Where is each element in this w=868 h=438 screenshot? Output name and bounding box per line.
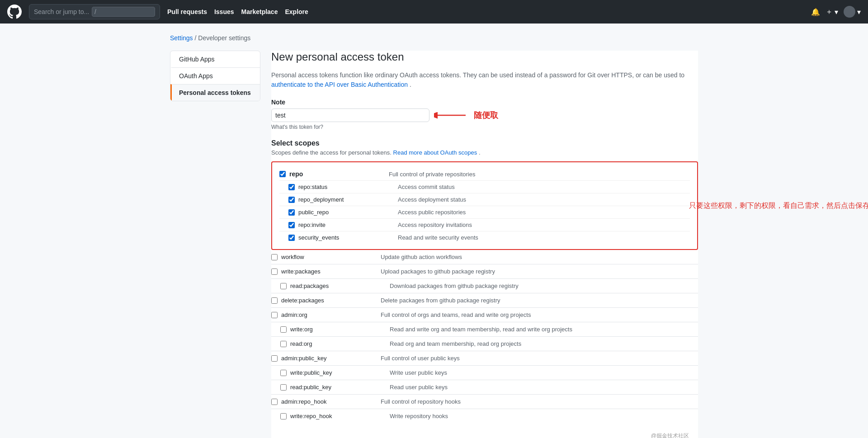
scopes-title: Select scopes xyxy=(271,139,698,147)
notifications-button[interactable]: 🔔 xyxy=(811,8,820,16)
scope-name-repo-deployment: repo_deployment xyxy=(298,196,398,203)
scope-checkbox-repo[interactable] xyxy=(279,171,286,177)
scope-checkbox-write-repo-hook[interactable] xyxy=(280,413,287,419)
scope-checkbox-admin-public-key[interactable] xyxy=(271,355,278,362)
issues-link[interactable]: Issues xyxy=(214,8,234,15)
box-annotation-text: 只要这些权限，剩下的权限，看自己需求，然后点击保存 xyxy=(689,201,868,211)
scope-checkbox-read-public-key[interactable] xyxy=(280,384,287,391)
form-description: Personal access tokens function like ord… xyxy=(271,71,698,89)
sidebar: GitHub Apps OAuth Apps Personal access t… xyxy=(170,51,260,101)
scope-row-workflow: workflow Update github action workflows xyxy=(271,250,698,264)
scope-desc-repo-status: Access commit status xyxy=(398,184,455,190)
description-link[interactable]: authenticate to the API over Basic Authe… xyxy=(271,81,408,88)
marketplace-link[interactable]: Marketplace xyxy=(241,8,278,15)
pull-requests-link[interactable]: Pull requests xyxy=(167,8,207,15)
scope-checkbox-repo-invite[interactable] xyxy=(288,222,295,228)
scope-desc-repo-deployment: Access deployment status xyxy=(398,196,466,203)
scope-desc-workflow: Update github action workflows xyxy=(381,254,462,260)
scope-row-public-repo: public_repo Access public repositories xyxy=(279,206,690,219)
scope-row-read-org: read:org Read org and team membership, r… xyxy=(271,337,698,351)
scope-desc-security-events: Read and write security events xyxy=(398,234,478,241)
avatar xyxy=(844,6,855,18)
personal-access-tokens-item[interactable]: Personal access tokens xyxy=(170,84,260,101)
scope-checkbox-read-org[interactable] xyxy=(280,341,287,347)
scope-row-security-events: security_events Read and write security … xyxy=(279,231,690,244)
scope-name-delete-packages: delete:packages xyxy=(281,297,381,304)
watermark: @掘金技术社区 xyxy=(271,432,698,438)
search-shortcut: / xyxy=(92,7,155,17)
scope-name-admin-repo-hook: admin:repo_hook xyxy=(281,398,381,405)
scope-row-admin-repo-hook: admin:repo_hook Full control of reposito… xyxy=(271,395,698,409)
scope-name-read-public-key: read:public_key xyxy=(290,384,390,391)
header-nav: Pull requests Issues Marketplace Explore xyxy=(167,8,308,15)
scope-checkbox-repo-status[interactable] xyxy=(288,184,295,190)
settings-breadcrumb-link[interactable]: Settings xyxy=(170,34,193,42)
scope-row-repo: repo Full control of private repositorie… xyxy=(279,168,690,181)
scope-name-read-packages: read:packages xyxy=(290,283,390,289)
github-apps-item[interactable]: GitHub Apps xyxy=(170,51,260,67)
scope-desc-write-public-key: Write user public keys xyxy=(390,369,447,376)
note-input[interactable] xyxy=(271,108,429,122)
form-area: New personal access token Personal acces… xyxy=(271,51,698,438)
scope-desc-delete-packages: Delete packages from github package regi… xyxy=(381,297,500,304)
scope-desc-admin-public-key: Full control of user public keys xyxy=(381,355,460,362)
github-logo[interactable] xyxy=(7,5,22,19)
scope-name-admin-org: admin:org xyxy=(281,311,381,318)
scope-checkbox-write-public-key[interactable] xyxy=(280,370,287,376)
scope-row-repo-status: repo:status Access commit status xyxy=(279,181,690,193)
scope-desc-public-repo: Access public repositories xyxy=(398,209,466,216)
scopes-desc-text: Scopes define the access for personal to… xyxy=(271,149,393,156)
scope-desc-read-public-key: Read user public keys xyxy=(390,384,448,391)
search-text: Search or jump to... xyxy=(34,8,92,15)
red-arrow-icon xyxy=(434,110,470,121)
scope-checkbox-read-packages[interactable] xyxy=(280,283,287,289)
scope-desc-repo: Full control of private repositories xyxy=(389,171,475,178)
scope-checkbox-admin-org[interactable] xyxy=(271,312,278,318)
scope-row-repo-invite: repo:invite Access repository invitation… xyxy=(279,219,690,231)
scope-checkbox-public-repo[interactable] xyxy=(288,209,295,216)
explore-link[interactable]: Explore xyxy=(285,8,308,15)
scope-name-read-org: read:org xyxy=(290,340,390,347)
main-header: Search or jump to... / Pull requests Iss… xyxy=(0,0,868,24)
scope-name-write-repo-hook: write:repo_hook xyxy=(290,413,390,419)
scope-desc-admin-repo-hook: Full control of repository hooks xyxy=(381,398,461,405)
add-button[interactable]: ＋ ▾ xyxy=(826,7,838,17)
scope-checkbox-write-packages[interactable] xyxy=(271,268,278,275)
scope-name-write-packages: write:packages xyxy=(281,268,381,275)
scope-name-write-org: write:org xyxy=(290,326,390,333)
search-box[interactable]: Search or jump to... / xyxy=(29,4,160,19)
scopes-description: Scopes define the access for personal to… xyxy=(271,149,698,156)
scope-row-write-packages: write:packages Upload packages to github… xyxy=(271,264,698,279)
page-layout: GitHub Apps OAuth Apps Personal access t… xyxy=(163,51,705,438)
scope-name-write-public-key: write:public_key xyxy=(290,369,390,376)
scope-checkbox-repo-deployment[interactable] xyxy=(288,197,295,203)
scope-checkbox-write-org[interactable] xyxy=(280,326,287,333)
scope-checkbox-delete-packages[interactable] xyxy=(271,297,278,304)
scope-desc-admin-org: Full control of orgs and teams, read and… xyxy=(381,311,531,318)
scope-name-workflow: workflow xyxy=(281,254,381,260)
scope-name-repo-invite: repo:invite xyxy=(298,221,398,228)
scope-name-admin-public-key: admin:public_key xyxy=(281,355,381,362)
scope-desc-write-repo-hook: Write repository hooks xyxy=(390,413,448,419)
header-actions: 🔔 ＋ ▾ ▾ xyxy=(811,6,861,18)
scope-row-write-org: write:org Read and write org and team me… xyxy=(271,322,698,337)
scope-desc-repo-invite: Access repository invitations xyxy=(398,221,472,228)
scope-name-repo: repo xyxy=(289,170,389,178)
scope-row-write-public-key: write:public_key Write user public keys xyxy=(271,366,698,380)
highlighted-scopes-box: repo Full control of private repositorie… xyxy=(271,161,698,250)
scope-row-read-packages: read:packages Download packages from git… xyxy=(271,279,698,293)
chevron-down-icon-user: ▾ xyxy=(857,8,861,16)
scope-desc-write-packages: Upload packages to github package regist… xyxy=(381,268,495,275)
user-menu-button[interactable]: ▾ xyxy=(844,6,861,18)
scopes-group: Select scopes Scopes define the access f… xyxy=(271,139,698,423)
scope-checkbox-admin-repo-hook[interactable] xyxy=(271,399,278,405)
oauth-apps-item[interactable]: OAuth Apps xyxy=(170,67,260,84)
breadcrumb: Settings / Developer settings xyxy=(163,34,705,42)
page-title: New personal access token xyxy=(271,51,698,63)
scope-name-public-repo: public_repo xyxy=(298,209,398,216)
scope-checkbox-workflow[interactable] xyxy=(271,254,278,260)
scopes-desc-link[interactable]: Read more about OAuth scopes xyxy=(393,149,477,156)
scope-row-repo-deployment: repo_deployment Access deployment status xyxy=(279,193,690,206)
breadcrumb-separator: / xyxy=(194,34,196,42)
scope-checkbox-security-events[interactable] xyxy=(288,235,295,241)
